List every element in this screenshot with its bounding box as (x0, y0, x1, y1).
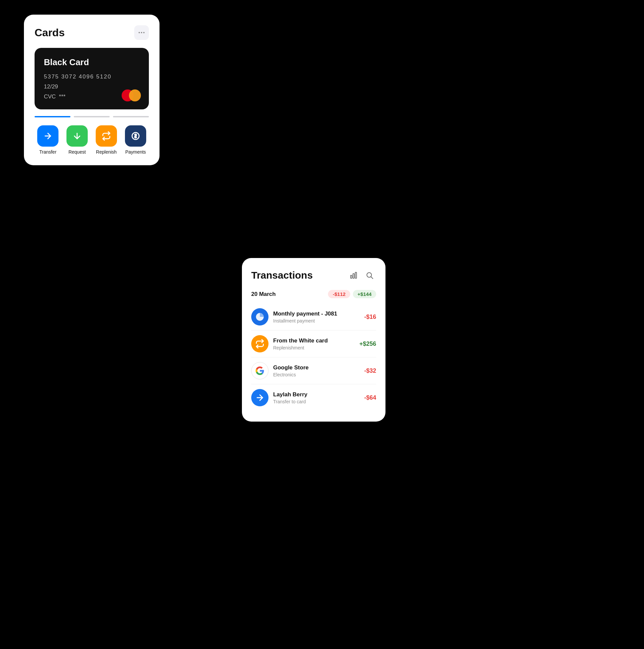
monthly-payment-avatar (251, 308, 269, 326)
white-card-info: From the White card Replenishment (273, 338, 355, 350)
arrow-right-icon (43, 131, 52, 141)
card-number: 5375 3072 4096 5120 (44, 74, 140, 80)
pie-chart-icon (255, 312, 265, 321)
card-indicators (35, 116, 149, 117)
google-avatar (251, 362, 269, 379)
laylah-avatar (251, 389, 269, 406)
transfer-button[interactable]: Transfer (35, 125, 61, 155)
replenish-icon-bg (96, 125, 117, 146)
date-label: 20 March (251, 291, 276, 298)
svg-rect-3 (351, 275, 352, 278)
transaction-row-laylah[interactable]: Laylah Berry Transfer to card -$64 (251, 384, 376, 411)
replenish-icon (255, 339, 265, 348)
white-card-sub: Replenishment (273, 345, 355, 350)
white-card-avatar (251, 335, 269, 352)
transaction-row-monthly[interactable]: Monthly payment - J081 Installment payme… (251, 304, 376, 331)
more-button[interactable] (134, 25, 149, 40)
laylah-sub: Transfer to card (273, 399, 360, 404)
dollar-icon (131, 131, 140, 141)
replenish-label: Replenish (96, 149, 117, 155)
transfer-label: Transfer (39, 149, 56, 155)
cards-title: Cards (35, 27, 65, 39)
transactions-toolbar (347, 269, 376, 282)
positive-badge: +$144 (353, 290, 376, 298)
indicator-3 (113, 116, 149, 117)
monthly-payment-name: Monthly payment - J081 (273, 310, 360, 317)
laylah-amount: -$64 (364, 394, 376, 401)
arrow-right-icon-blue (255, 393, 265, 402)
payments-label: Payments (125, 149, 146, 155)
date-row: 20 March -$112 +$144 (251, 290, 376, 298)
transaction-row-white-card[interactable]: From the White card Replenishment +$256 (251, 331, 376, 357)
svg-line-7 (371, 277, 373, 279)
payments-button[interactable]: Payments (122, 125, 149, 155)
indicator-1 (35, 116, 71, 117)
search-button[interactable] (363, 269, 376, 282)
card-name: Black Card (44, 57, 140, 68)
laylah-name: Laylah Berry (273, 391, 360, 398)
mc-orange-circle (129, 89, 141, 101)
white-card-amount: +$256 (359, 341, 376, 347)
negative-badge: -$112 (328, 290, 350, 298)
cards-header: Cards (35, 25, 149, 40)
refresh-icon (102, 131, 111, 141)
request-label: Request (68, 149, 86, 155)
google-logo-icon (255, 366, 265, 375)
replenish-button[interactable]: Replenish (93, 125, 120, 155)
svg-rect-4 (353, 274, 354, 278)
credit-card: Black Card 5375 3072 4096 5120 12/29 CVC… (35, 48, 149, 110)
monthly-payment-info: Monthly payment - J081 Installment payme… (273, 310, 360, 323)
transfer-icon-bg (37, 125, 58, 146)
monthly-payment-amount: -$16 (364, 313, 376, 320)
card-expiry: 12/29 (44, 83, 140, 90)
payments-icon-bg (125, 125, 146, 146)
google-sub: Electronics (273, 372, 360, 377)
action-buttons: Transfer Request Replenish (35, 125, 149, 155)
svg-rect-5 (355, 272, 357, 278)
transactions-title: Transactions (251, 270, 313, 281)
monthly-payment-sub: Installment payment (273, 318, 360, 323)
bar-chart-icon (350, 271, 358, 279)
transactions-header: Transactions (251, 269, 376, 282)
request-icon-bg (66, 125, 88, 146)
mastercard-logo (122, 89, 141, 101)
white-card-name: From the White card (273, 338, 355, 344)
google-name: Google Store (273, 364, 360, 371)
search-icon (366, 271, 373, 279)
transaction-row-google[interactable]: Google Store Electronics -$32 (251, 357, 376, 384)
transactions-widget: Transactions 20 March -$112 +$144 (242, 258, 385, 422)
laylah-info: Laylah Berry Transfer to card (273, 391, 360, 404)
cards-widget: Cards Black Card 5375 3072 4096 5120 12/… (24, 15, 159, 165)
arrow-down-icon (73, 131, 82, 141)
google-amount: -$32 (364, 367, 376, 374)
google-info: Google Store Electronics (273, 364, 360, 377)
indicator-2 (74, 116, 110, 117)
amount-badges: -$112 +$144 (328, 290, 376, 298)
chart-button[interactable] (347, 269, 360, 282)
request-button[interactable]: Request (64, 125, 90, 155)
